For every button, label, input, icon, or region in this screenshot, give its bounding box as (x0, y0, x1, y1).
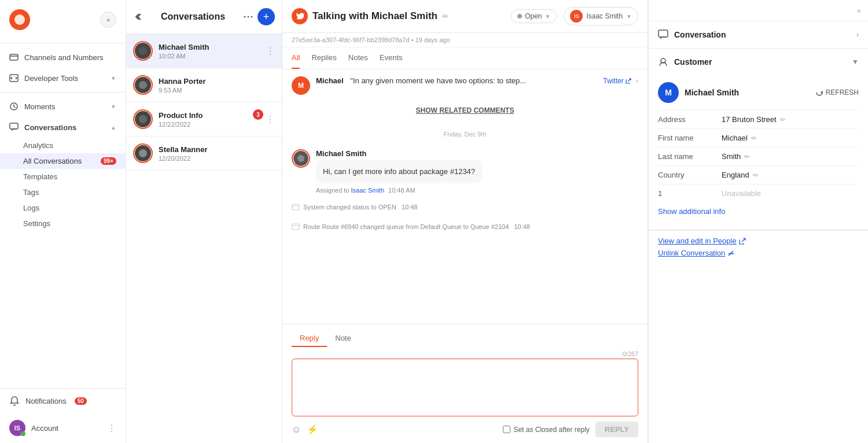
external-link-icon (739, 238, 746, 245)
field-label-address: Address (658, 115, 722, 124)
notifications-label: Notifications (25, 397, 67, 405)
developer-icon (9, 73, 19, 83)
notifications-item[interactable]: Notifications 50 (0, 389, 126, 413)
message-sender-michael: Michael Smith (316, 149, 638, 158)
sidebar-item-all-conversations[interactable]: All Conversations 99+ (0, 153, 126, 169)
customer-section-chevron: ▼ (852, 58, 859, 66)
svg-rect-15 (292, 224, 299, 230)
status-pill[interactable]: Open ▼ (511, 9, 557, 23)
right-section-conversation: Conversation › (649, 21, 868, 49)
tab-events[interactable]: Events (380, 47, 403, 69)
sidebar-item-developer-label: Developer Tools (24, 74, 78, 83)
conv-item-michael[interactable]: Michael Smith 10:02 AM ⋮ (126, 34, 282, 68)
app-logo[interactable] (9, 9, 30, 30)
refresh-button[interactable]: REFRESH (815, 88, 859, 97)
conv-time-hanna: 9:53 AM (159, 87, 275, 94)
svg-point-11 (139, 149, 147, 157)
sidebar-item-channels[interactable]: Channels and Numbers (0, 47, 126, 68)
edit-firstname-icon[interactable]: ✏ (751, 134, 757, 142)
conv-list-items: Michael Smith 10:02 AM ⋮ Hanna Porter 9:… (126, 34, 282, 443)
right-panel-collapse-button[interactable]: » (856, 6, 861, 15)
sidebar-item-logs[interactable]: Logs (0, 200, 126, 216)
nav-collapse-button[interactable]: « (100, 12, 116, 28)
show-additional-info-link[interactable]: Show additional info (658, 202, 859, 220)
chat-meta: 27e5ee3a-a307-4fdc-96f7-bb2398d78a7d • 1… (282, 33, 648, 47)
sidebar-item-settings[interactable]: Settings (0, 216, 126, 231)
view-edit-people-link[interactable]: View and edit in People (658, 237, 859, 245)
tags-label: Tags (23, 188, 39, 197)
left-nav: « Channels and Numbers Developer Tools ▼… (0, 0, 126, 443)
field-row-lastname: Last name Smith ✏ (658, 147, 859, 165)
edit-country-icon[interactable]: ✏ (753, 171, 759, 179)
customer-section-header[interactable]: Customer ▼ (649, 49, 868, 75)
conv-item-product[interactable]: Product Info 12/22/2022 3 ⋮ (126, 102, 282, 136)
set-closed-checkbox[interactable] (503, 426, 510, 433)
conv-more-michael[interactable]: ⋮ (266, 46, 275, 57)
set-closed-label[interactable]: Set as Closed after reply (503, 426, 589, 434)
sidebar-item-conversations[interactable]: Conversations ▲ (0, 117, 126, 138)
edit-address-icon[interactable]: ✏ (780, 116, 786, 124)
customer-section-title: Customer (674, 57, 846, 67)
avatar-icon-stella (138, 149, 148, 158)
agent-pill[interactable]: IS Isaac Smith ▼ (564, 7, 638, 25)
sidebar-item-developer[interactable]: Developer Tools ▼ (0, 68, 126, 88)
edit-title-button[interactable]: ✏ (442, 12, 449, 21)
emoji-button[interactable]: ☺ (292, 424, 301, 435)
conversation-section-header[interactable]: Conversation › (649, 21, 868, 48)
tab-all[interactable]: All (292, 47, 300, 69)
all-conversations-badge: 99+ (101, 157, 116, 165)
conversations-list-panel: Conversations + Mich (126, 0, 282, 443)
field-label-firstname: First name (658, 134, 722, 142)
reply-box: Reply Note 0/267 ☺ ⚡ Set as Closed after… (282, 324, 648, 443)
sidebar-item-analytics[interactable]: Analytics (0, 138, 126, 153)
add-conversation-button[interactable]: + (258, 8, 275, 25)
unlink-conversation-link[interactable]: Unlink Conversation (658, 249, 859, 257)
developer-chevron: ▼ (111, 75, 116, 82)
avatar-icon-hanna (138, 80, 148, 90)
show-related-button[interactable]: SHOW RELATED COMMENTS (292, 102, 638, 119)
message-arrow-right[interactable]: › (636, 76, 638, 85)
moments-chevron: ▼ (111, 104, 116, 110)
twitter-source-link[interactable]: Twitter (603, 77, 631, 85)
chat-title-icon (292, 8, 308, 24)
conv-item-hanna[interactable]: Hanna Porter 9:53 AM (126, 68, 282, 102)
reply-tab-reply[interactable]: Reply (292, 330, 327, 347)
conversation-section-title: Conversation (674, 30, 851, 39)
settings-label: Settings (23, 219, 50, 228)
conv-name-stella: Stella Manner (159, 145, 275, 154)
nav-bottom: Notifications 50 IS Account ⋮ (0, 388, 126, 443)
reply-tab-note[interactable]: Note (327, 330, 359, 347)
sidebar-item-tags[interactable]: Tags (0, 184, 126, 200)
conversation-section-icon (658, 29, 668, 40)
conv-more-button[interactable] (244, 16, 253, 18)
account-more-icon[interactable]: ⋮ (107, 423, 116, 434)
main-chat-area: Talking with Michael Smith ✏ Open ▼ IS I… (282, 0, 648, 443)
account-item[interactable]: IS Account ⋮ (0, 413, 126, 443)
sidebar-item-templates[interactable]: Templates (0, 169, 126, 184)
right-section-customer: Customer ▼ M Michael Smith REFRESH (649, 49, 868, 230)
assigned-agent-link[interactable]: Isaac Smith (351, 187, 384, 194)
all-conversations-label: All Conversations (23, 157, 82, 165)
right-panel: » Conversation › Customer ▼ M (648, 0, 868, 443)
send-reply-button[interactable]: REPLY (595, 422, 638, 437)
edit-lastname-icon[interactable]: ✏ (744, 153, 750, 161)
conv-back-button[interactable] (133, 12, 142, 21)
nav-divider-top (0, 43, 126, 43)
lightning-button[interactable]: ⚡ (307, 424, 318, 435)
user-ring-icon (297, 154, 305, 163)
message-avatar-michael-preview: M (292, 76, 310, 95)
conv-item-stella[interactable]: Stella Manner 12/20/2022 (126, 136, 282, 171)
chat-title-text: Talking with Michael Smith (312, 10, 437, 22)
svg-point-12 (297, 155, 304, 162)
online-dot (21, 431, 25, 436)
conv-more-product[interactable]: ⋮ (266, 114, 275, 125)
sidebar-item-channels-label: Channels and Numbers (24, 53, 104, 62)
nav-logo-area: « (0, 0, 126, 39)
chat-meta-id: 27e5ee3a-a307-4fdc-96f7-bb2398d78a7d (292, 36, 410, 43)
conversation-section-chevron: › (856, 31, 859, 39)
svg-point-9 (139, 81, 147, 89)
reply-textarea[interactable] (292, 359, 638, 416)
tab-replies[interactable]: Replies (311, 47, 336, 69)
tab-notes[interactable]: Notes (348, 47, 368, 69)
sidebar-item-moments[interactable]: Moments ▼ (0, 96, 126, 117)
